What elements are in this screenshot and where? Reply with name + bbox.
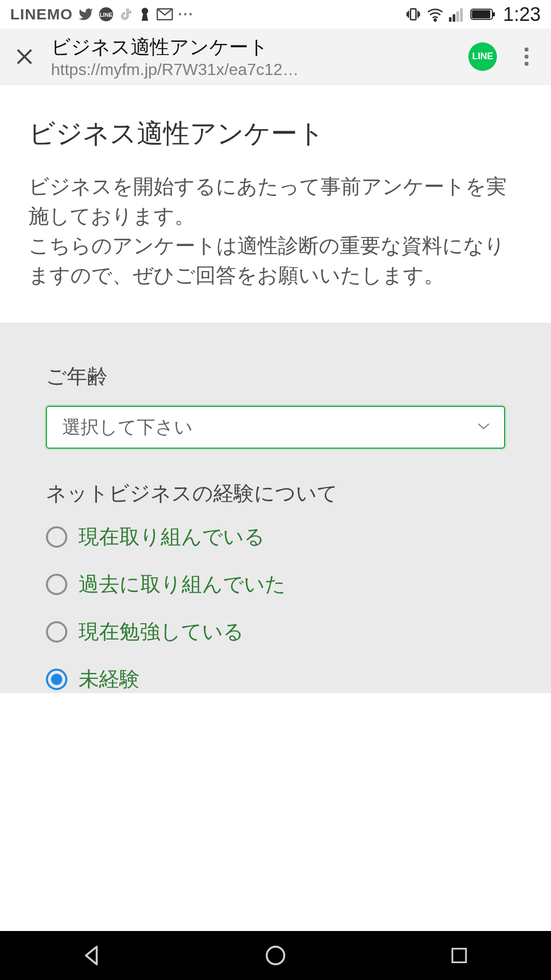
more-apps-icon: ··· xyxy=(178,6,194,23)
status-left: LINEMO LINE ··· xyxy=(10,6,194,23)
svg-rect-12 xyxy=(493,12,495,16)
line-app-icon[interactable]: LINE xyxy=(468,42,497,71)
signal-icon xyxy=(449,7,465,22)
svg-point-5 xyxy=(434,19,436,21)
question-experience-label: ネットビジネスの経験について xyxy=(46,479,505,507)
status-right: 1:23 xyxy=(405,4,541,26)
recent-apps-button[interactable] xyxy=(429,940,490,971)
svg-rect-7 xyxy=(453,14,455,22)
radio-icon-selected xyxy=(46,669,67,690)
age-select[interactable]: 選択して下さい xyxy=(46,406,505,449)
svg-rect-6 xyxy=(449,17,452,22)
radio-label: 未経験 xyxy=(79,665,140,693)
svg-rect-9 xyxy=(460,8,463,21)
survey-description-line2: こちらのアンケートは適性診断の重要な資料になりますので、ぜひご回答をお願いいたし… xyxy=(29,234,505,286)
page-url: https://myfm.jp/R7W31x/ea7c12… xyxy=(51,60,454,79)
question-age-label: ご年齢 xyxy=(46,362,505,390)
back-button[interactable] xyxy=(61,940,122,971)
survey-description: ビジネスを開始するにあたって事前アンケートを実施しております。 こちらのアンケー… xyxy=(29,172,522,290)
svg-point-13 xyxy=(267,947,285,965)
experience-radio-group: 現在取り組んでいる 過去に取り組んでいた 現在勉強している 未経験 xyxy=(46,523,505,693)
page-title: ビジネス適性アンケート xyxy=(51,34,454,60)
radio-option-none[interactable]: 未経験 xyxy=(46,665,505,693)
radio-icon xyxy=(46,526,67,548)
line-notification-icon: LINE xyxy=(98,7,114,22)
survey-title: ビジネス適性アンケート xyxy=(29,115,522,151)
wifi-icon xyxy=(427,7,444,22)
dot-icon xyxy=(524,47,529,52)
radio-label: 現在取り組んでいる xyxy=(79,523,265,551)
overflow-menu-button[interactable] xyxy=(514,44,539,69)
radio-option-studying[interactable]: 現在勉強している xyxy=(46,618,505,646)
line-app-label: LINE xyxy=(472,51,493,62)
close-button[interactable] xyxy=(12,44,37,69)
radio-option-past[interactable]: 過去に取り組んでいた xyxy=(46,570,505,598)
dot-icon xyxy=(524,55,529,59)
tiktok-icon xyxy=(119,7,133,21)
twitter-icon xyxy=(78,7,93,22)
chevron-down-icon xyxy=(477,422,491,433)
radio-option-current[interactable]: 現在取り組んでいる xyxy=(46,523,505,551)
radio-icon xyxy=(46,574,67,595)
gmail-icon xyxy=(157,8,173,21)
radio-label: 現在勉強している xyxy=(79,618,244,646)
radio-icon xyxy=(46,621,67,643)
svg-rect-14 xyxy=(453,949,466,963)
header-title-block: ビジネス適性アンケート https://myfm.jp/R7W31x/ea7c1… xyxy=(51,34,454,79)
clock-label: 1:23 xyxy=(503,4,541,26)
carrier-label: LINEMO xyxy=(10,6,73,23)
android-nav-bar xyxy=(0,931,551,980)
page-body: ビジネス適性アンケート ビジネスを開始するにあたって事前アンケートを実施しており… xyxy=(0,85,551,693)
age-select-value: 選択して下さい xyxy=(62,415,193,440)
form-area: ご年齢 選択して下さい ネットビジネスの経験について 現在取り組んでいる 過去に… xyxy=(0,323,551,693)
svg-rect-8 xyxy=(457,11,459,21)
radio-label: 過去に取り組んでいた xyxy=(79,570,286,598)
keyhole-icon xyxy=(138,7,152,22)
vibrate-icon xyxy=(405,6,421,22)
svg-rect-11 xyxy=(472,10,490,18)
battery-icon xyxy=(470,8,496,21)
svg-rect-4 xyxy=(411,9,416,19)
survey-description-line1: ビジネスを開始するにあたって事前アンケートを実施しております。 xyxy=(29,175,507,227)
svg-text:LINE: LINE xyxy=(99,12,113,18)
home-button[interactable] xyxy=(245,940,306,971)
intro-card: ビジネス適性アンケート ビジネスを開始するにあたって事前アンケートを実施しており… xyxy=(0,85,551,323)
status-bar: LINEMO LINE ··· 1:23 xyxy=(0,0,551,29)
dot-icon xyxy=(524,62,529,66)
browser-header: ビジネス適性アンケート https://myfm.jp/R7W31x/ea7c1… xyxy=(0,29,551,85)
